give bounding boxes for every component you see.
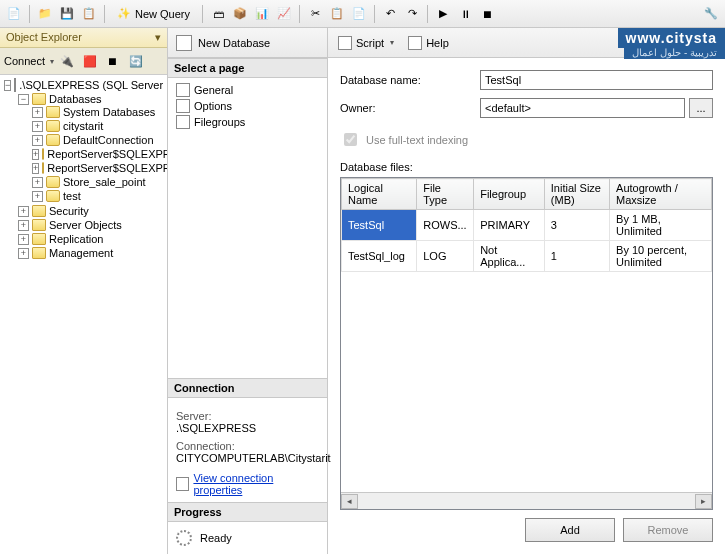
- expander-plus[interactable]: +: [32, 135, 43, 146]
- sys-db-node[interactable]: System Databases: [63, 106, 155, 118]
- table-row[interactable]: TestSql_log LOG Not Applica... 1 By 10 p…: [342, 241, 712, 272]
- db-node[interactable]: test: [63, 190, 81, 202]
- toolbar-icon[interactable]: ▶: [433, 4, 453, 24]
- help-button[interactable]: Help: [408, 36, 449, 50]
- col-logical-name[interactable]: Logical Name: [342, 179, 417, 210]
- expander-plus[interactable]: +: [32, 121, 43, 132]
- database-icon: [46, 120, 60, 132]
- security-node[interactable]: Security: [49, 205, 89, 217]
- server-node[interactable]: .\SQLEXPRESS (SQL Server 12.0.20: [19, 79, 167, 91]
- script-button[interactable]: Script ▾: [338, 36, 394, 50]
- database-icon: [46, 190, 60, 202]
- database-icon: [46, 134, 60, 146]
- database-icon: [176, 35, 192, 51]
- cell-type[interactable]: ROWS...: [417, 210, 474, 241]
- page-filegroups[interactable]: Filegroups: [174, 114, 321, 130]
- cell-name[interactable]: TestSql_log: [342, 241, 417, 272]
- toolbar-icon[interactable]: 📦: [230, 4, 250, 24]
- stop-icon[interactable]: ⏹: [103, 51, 123, 71]
- toolbar-icon[interactable]: 📁: [35, 4, 55, 24]
- view-connection-link[interactable]: View connection properties: [176, 472, 319, 496]
- col-file-type[interactable]: File Type: [417, 179, 474, 210]
- page-general[interactable]: General: [174, 82, 321, 98]
- ready-label: Ready: [200, 532, 232, 544]
- owner-input[interactable]: [480, 98, 685, 118]
- page-options[interactable]: Options: [174, 98, 321, 114]
- connection-info: Server: .\SQLEXPRESS Connection: CITYCOM…: [168, 398, 327, 502]
- refresh-icon[interactable]: 🔄: [126, 51, 146, 71]
- pin-icon[interactable]: ▾: [155, 31, 161, 44]
- files-grid[interactable]: Logical Name File Type Filegroup Initial…: [340, 177, 713, 510]
- toolbar-icon[interactable]: ✂: [305, 4, 325, 24]
- col-autogrowth[interactable]: Autogrowth / Maxsize: [610, 179, 712, 210]
- new-query-button[interactable]: ✨ New Query: [110, 3, 197, 25]
- server-objects-node[interactable]: Server Objects: [49, 219, 122, 231]
- scroll-right-icon[interactable]: ▸: [695, 494, 712, 509]
- table-row[interactable]: TestSql ROWS... PRIMARY 3 By 1 MB, Unlim…: [342, 210, 712, 241]
- expander-minus[interactable]: −: [4, 80, 11, 91]
- db-node[interactable]: Store_sale_point: [63, 176, 146, 188]
- expander-plus[interactable]: +: [18, 248, 29, 259]
- owner-browse-button[interactable]: ...: [689, 98, 713, 118]
- toolbar-icon[interactable]: 📋: [79, 4, 99, 24]
- toolbar-icon[interactable]: 💾: [57, 4, 77, 24]
- toolbar-icon[interactable]: 🔧: [701, 4, 721, 24]
- horizontal-scrollbar[interactable]: ◂ ▸: [341, 492, 712, 509]
- cell-size[interactable]: 3: [544, 210, 609, 241]
- object-explorer-title: Object Explorer ▾: [0, 28, 167, 48]
- cell-fg[interactable]: Not Applica...: [474, 241, 545, 272]
- expander-plus[interactable]: +: [32, 107, 43, 118]
- scroll-left-icon[interactable]: ◂: [341, 494, 358, 509]
- chevron-down-icon[interactable]: ▾: [50, 57, 54, 66]
- connection-header: Connection: [168, 378, 327, 398]
- server-label: Server:: [176, 410, 319, 422]
- disconnect-icon[interactable]: 🟥: [80, 51, 100, 71]
- expander-plus[interactable]: +: [32, 177, 43, 188]
- toolbar-icon[interactable]: 📄: [349, 4, 369, 24]
- toolbar-icon[interactable]: 📈: [274, 4, 294, 24]
- expander-minus[interactable]: −: [18, 94, 29, 105]
- cell-fg[interactable]: PRIMARY: [474, 210, 545, 241]
- expander-plus[interactable]: +: [32, 163, 39, 174]
- watermark: www.citysta: [618, 28, 725, 48]
- toolbar-icon[interactable]: 📄: [4, 4, 24, 24]
- replication-node[interactable]: Replication: [49, 233, 103, 245]
- expander-plus[interactable]: +: [32, 149, 39, 160]
- db-node[interactable]: citystarit: [63, 120, 103, 132]
- expander-plus[interactable]: +: [32, 191, 43, 202]
- toolbar-icon[interactable]: 🗃: [208, 4, 228, 24]
- col-filegroup[interactable]: Filegroup: [474, 179, 545, 210]
- undo-icon[interactable]: ↶: [380, 4, 400, 24]
- database-icon: [42, 162, 44, 174]
- db-name-input[interactable]: [480, 70, 713, 90]
- script-icon: [338, 36, 352, 50]
- cell-name[interactable]: TestSql: [342, 210, 417, 241]
- db-node[interactable]: DefaultConnection: [63, 134, 154, 146]
- dialog-header: New Database: [168, 28, 327, 58]
- databases-node[interactable]: Databases: [49, 93, 102, 105]
- cell-type[interactable]: LOG: [417, 241, 474, 272]
- folder-icon: [32, 205, 46, 217]
- toolbar-icon[interactable]: ⏸: [455, 4, 475, 24]
- toolbar-icon[interactable]: ⏹: [477, 4, 497, 24]
- expander-plus[interactable]: +: [18, 234, 29, 245]
- cell-size[interactable]: 1: [544, 241, 609, 272]
- add-button[interactable]: Add: [525, 518, 615, 542]
- cell-grow[interactable]: By 1 MB, Unlimited: [610, 210, 712, 241]
- expander-plus[interactable]: +: [18, 220, 29, 231]
- col-initial-size[interactable]: Initial Size (MB): [544, 179, 609, 210]
- cell-grow[interactable]: By 10 percent, Unlimited: [610, 241, 712, 272]
- connect-toolbar: Connect ▾ 🔌 🟥 ⏹ 🔄: [0, 48, 167, 75]
- object-tree[interactable]: −.\SQLEXPRESS (SQL Server 12.0.20 −Datab…: [0, 75, 167, 554]
- toolbar-icon[interactable]: 📋: [327, 4, 347, 24]
- object-explorer-panel: Object Explorer ▾ Connect ▾ 🔌 🟥 ⏹ 🔄 −.\S…: [0, 28, 168, 554]
- fulltext-checkbox: [344, 133, 357, 146]
- management-node[interactable]: Management: [49, 247, 113, 259]
- db-node[interactable]: ReportServer$SQLEXPRESS: [47, 162, 167, 174]
- toolbar-icon[interactable]: 📊: [252, 4, 272, 24]
- script-label: Script: [356, 37, 384, 49]
- redo-icon[interactable]: ↷: [402, 4, 422, 24]
- db-node[interactable]: ReportServer$SQLEXPRESS: [47, 148, 167, 160]
- connect-icon[interactable]: 🔌: [57, 51, 77, 71]
- expander-plus[interactable]: +: [18, 206, 29, 217]
